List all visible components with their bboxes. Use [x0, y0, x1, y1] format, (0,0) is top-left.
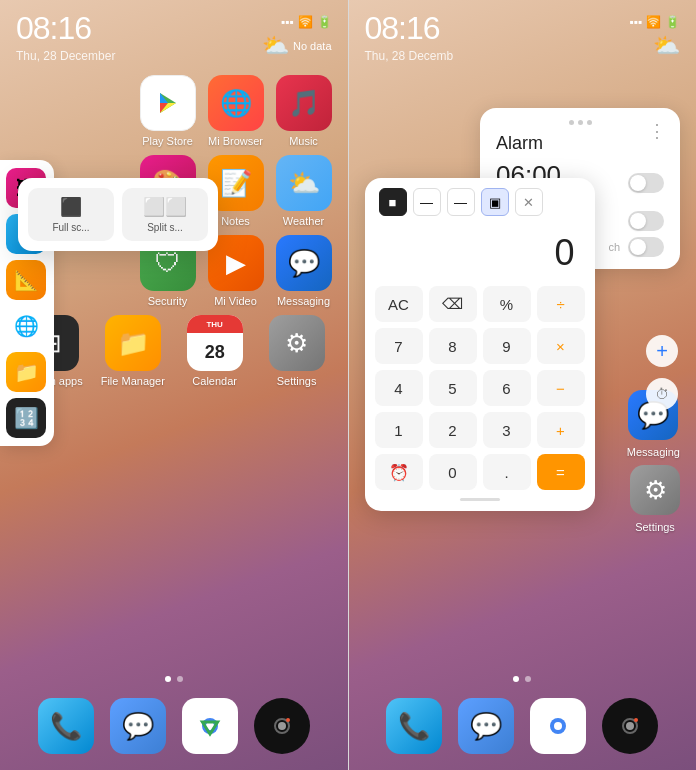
app-row-1: Play Store 🌐 Mi Browser 🎵 Music — [0, 67, 348, 147]
handle-dot-2 — [578, 120, 583, 125]
sidebar-app-google[interactable]: 🌐 — [6, 306, 46, 346]
win-btn-dash2[interactable]: — — [447, 188, 475, 216]
calc-bottom-indicator — [460, 498, 500, 501]
full-screen-button[interactable]: ⬛ Full sc... — [28, 188, 114, 241]
r-signal-icon: ▪▪▪ — [629, 15, 642, 29]
svg-point-12 — [626, 722, 634, 730]
calendar-label: Calendar — [192, 375, 237, 387]
app-mibrowser[interactable]: 🌐 Mi Browser — [208, 75, 264, 147]
playstore-icon — [140, 75, 196, 131]
left-date: Thu, 28 December — [16, 49, 115, 63]
app-playstore[interactable]: Play Store — [140, 75, 196, 147]
calc-btn-9[interactable]: 9 — [483, 328, 531, 364]
r-dock-chat[interactable]: 💬 — [458, 698, 514, 754]
app-calendar[interactable]: THU 28 Calendar — [180, 315, 250, 387]
r-battery-icon: 🔋 — [665, 15, 680, 29]
left-signal-icons: ▪▪▪ 🛜 🔋 — [281, 15, 332, 29]
calc-btn-dot[interactable]: . — [483, 454, 531, 490]
alarm-card-handle — [496, 120, 664, 125]
r-dock-chrome[interactable] — [530, 698, 586, 754]
window-controls: ■ — — ▣ ✕ — [375, 188, 585, 216]
win-btn-black[interactable]: ■ — [379, 188, 407, 216]
svg-point-8 — [286, 718, 290, 722]
svg-point-7 — [278, 722, 286, 730]
settings-label: Settings — [277, 375, 317, 387]
battery-icon: 🔋 — [317, 15, 332, 29]
app-music[interactable]: 🎵 Music — [276, 75, 332, 147]
calc-btn-timer[interactable]: ⏰ — [375, 454, 423, 490]
settings-icon: ⚙ — [269, 315, 325, 371]
right-status-right: ▪▪▪ 🛜 🔋 ⛅ — [629, 15, 680, 59]
dock-chat[interactable]: 💬 — [110, 698, 166, 754]
win-btn-dash1[interactable]: — — [413, 188, 441, 216]
full-screen-label: Full sc... — [52, 222, 89, 233]
right-app-settings[interactable]: ⚙ Settings — [630, 465, 680, 533]
messaging-icon: 💬 — [276, 235, 332, 291]
calc-btn-7[interactable]: 7 — [375, 328, 423, 364]
dot-active — [165, 676, 171, 682]
dot-2 — [177, 676, 183, 682]
calc-btn-3[interactable]: 3 — [483, 412, 531, 448]
left-dock: 📞 💬 — [0, 698, 348, 754]
calc-btn-4[interactable]: 4 — [375, 370, 423, 406]
dock-chrome[interactable] — [182, 698, 238, 754]
right-plus-button[interactable]: + — [646, 335, 678, 367]
right-page-dots — [349, 676, 697, 682]
calc-btn-percent[interactable]: % — [483, 286, 531, 322]
calc-btn-5[interactable]: 5 — [429, 370, 477, 406]
handle-dot-3 — [587, 120, 592, 125]
alarm-toggle-2[interactable] — [628, 211, 664, 231]
calc-btn-subtract[interactable]: − — [537, 370, 585, 406]
right-dock: 📞 💬 — [349, 698, 697, 754]
weather-label: Weather — [283, 215, 324, 227]
calc-btn-add[interactable]: + — [537, 412, 585, 448]
right-timer-button[interactable]: ⏱ — [646, 378, 678, 410]
sidebar-app-files[interactable]: 📁 — [6, 352, 46, 392]
calc-btn-ac[interactable]: AC — [375, 286, 423, 322]
alarm-menu-button[interactable]: ⋮ — [648, 120, 666, 142]
alarm-ch-row: ch — [608, 237, 664, 257]
filemanager-label: File Manager — [101, 375, 165, 387]
calc-btn-8[interactable]: 8 — [429, 328, 477, 364]
calc-btn-equals[interactable]: = — [537, 454, 585, 490]
notes-label: Notes — [221, 215, 250, 227]
right-status-bar: 08:16 Thu, 28 Decemb ▪▪▪ 🛜 🔋 ⛅ — [349, 0, 697, 67]
messaging-label: Messaging — [277, 295, 330, 307]
win-btn-close[interactable]: ✕ — [515, 188, 543, 216]
calc-btn-1[interactable]: 1 — [375, 412, 423, 448]
sidebar-app-calc[interactable]: 🔢 — [6, 398, 46, 438]
left-time: 08:16 — [16, 10, 115, 47]
calc-btn-6[interactable]: 6 — [483, 370, 531, 406]
app-weather[interactable]: ⛅ Weather — [276, 155, 332, 227]
mivideo-label: Mi Video — [214, 295, 257, 307]
app-mivideo[interactable]: ▶ Mi Video — [208, 235, 264, 307]
alarm-toggle-1[interactable] — [628, 173, 664, 193]
calc-btn-2[interactable]: 2 — [429, 412, 477, 448]
left-weather-label: No data — [293, 40, 332, 52]
alarm-title: Alarm — [496, 133, 664, 154]
sidebar-app-pages[interactable]: 📐 — [6, 260, 46, 300]
calc-btn-backspace[interactable]: ⌫ — [429, 286, 477, 322]
r-dock-camera[interactable] — [602, 698, 658, 754]
calendar-icon: THU 28 — [187, 315, 243, 371]
app-messaging[interactable]: 💬 Messaging — [276, 235, 332, 307]
wifi-icon: 🛜 — [298, 15, 313, 29]
dock-camera[interactable] — [254, 698, 310, 754]
calc-btn-0[interactable]: 0 — [429, 454, 477, 490]
split-screen-button[interactable]: ⬜⬜ Split s... — [122, 188, 208, 241]
alarm-toggle-3[interactable] — [628, 237, 664, 257]
page-dots — [0, 676, 348, 682]
calc-btn-divide[interactable]: ÷ — [537, 286, 585, 322]
right-settings-label: Settings — [635, 521, 675, 533]
app-filemanager[interactable]: 📁 File Manager — [98, 315, 168, 387]
calc-btn-multiply[interactable]: × — [537, 328, 585, 364]
alarm-ch-label: ch — [608, 241, 620, 253]
dock-phone[interactable]: 📞 — [38, 698, 94, 754]
app-settings[interactable]: ⚙ Settings — [262, 315, 332, 387]
signal-icon: ▪▪▪ — [281, 15, 294, 29]
calculator-display: 0 — [375, 224, 585, 286]
win-btn-frame[interactable]: ▣ — [481, 188, 509, 216]
weather-icon: ⛅ — [276, 155, 332, 211]
r-dock-phone[interactable]: 📞 — [386, 698, 442, 754]
svg-point-13 — [634, 718, 638, 722]
